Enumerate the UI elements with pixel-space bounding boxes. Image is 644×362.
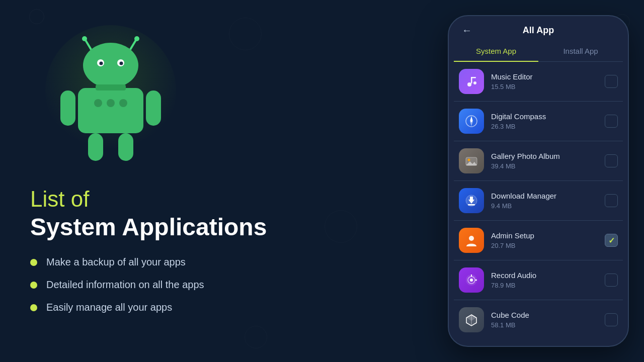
app-icon-gallery (459, 148, 484, 173)
app-item-download-manager[interactable]: Download Manager 9.4 MB (454, 181, 623, 221)
list-of-label: List of (30, 186, 352, 213)
app-icon-download-manager (459, 188, 484, 213)
checkbox-music-editor[interactable] (605, 75, 618, 88)
bullet-text-3: Easily manage all your apps (46, 302, 172, 313)
app-size-admin-setup: 20.7 MB (491, 242, 598, 249)
bullet-text-2: Detailed information on all the apps (46, 279, 204, 291)
svg-point-27 (468, 159, 470, 161)
app-name-cube-code: Cube Code (491, 311, 598, 319)
robot-illustration (30, 20, 191, 171)
app-icon-music-editor (459, 69, 484, 94)
svg-point-35 (470, 279, 473, 282)
svg-point-18 (467, 82, 471, 86)
app-item-admin-setup[interactable]: Admin Setup 20.7 MB ✓ (454, 221, 623, 260)
svg-rect-11 (146, 90, 161, 126)
bullet-dot-1 (30, 259, 37, 266)
bullet-item-3: Easily manage all your apps (30, 302, 352, 313)
checkbox-admin-setup[interactable]: ✓ (605, 234, 618, 247)
svg-point-16 (119, 99, 127, 107)
tab-system-app-label: System App (476, 47, 516, 55)
bullet-dot-2 (30, 282, 37, 289)
svg-point-19 (473, 81, 476, 84)
app-info-gallery: Gallery Photo Album 39.4 MB (491, 152, 598, 170)
app-icon-record-audio (459, 267, 484, 293)
app-size-cube-code: 58.1 MB (491, 321, 598, 329)
phone-mockup: ← All App System App Install App (448, 15, 629, 347)
app-info-download-manager: Download Manager 9.4 MB (491, 192, 598, 210)
svg-point-8 (120, 62, 123, 65)
app-icon-admin-setup (459, 228, 484, 253)
checkbox-download-manager[interactable] (605, 194, 618, 207)
svg-rect-31 (468, 204, 475, 206)
app-info-admin-setup: Admin Setup 20.7 MB (491, 231, 598, 249)
svg-point-1 (82, 36, 87, 41)
app-name-digital-compass: Digital Compass (491, 112, 598, 121)
svg-point-3 (134, 36, 139, 41)
app-size-digital-compass: 26.3 MB (491, 123, 598, 130)
svg-point-4 (83, 43, 138, 88)
phone-frame: ← All App System App Install App (448, 15, 629, 347)
bullet-text-1: Make a backup of all your apps (46, 256, 186, 268)
app-item-cube-code[interactable]: Cube Code 58.1 MB (454, 300, 623, 339)
app-size-music-editor: 15.5 MB (491, 83, 598, 90)
bullet-item-2: Detailed information on all the apps (30, 279, 352, 291)
feature-list: Make a backup of all your apps Detailed … (30, 256, 352, 313)
svg-point-25 (470, 120, 472, 122)
checkbox-gallery[interactable] (605, 154, 618, 167)
app-info-record-audio: Record Audio 78.9 MB (491, 271, 598, 289)
app-size-record-audio: 78.9 MB (491, 282, 598, 289)
svg-rect-17 (96, 84, 126, 90)
page-title: All App (523, 25, 554, 36)
app-size-download-manager: 9.4 MB (491, 202, 598, 210)
checkmark-icon: ✓ (608, 236, 615, 245)
app-list: Music Editor 15.5 MB Digital Compass (449, 62, 628, 346)
system-apps-title: System Applications (30, 213, 352, 242)
svg-rect-12 (88, 133, 103, 161)
back-arrow-icon: ← (462, 25, 472, 36)
tabs-container: System App Install App (454, 41, 623, 62)
svg-rect-10 (60, 90, 75, 126)
svg-point-15 (107, 99, 115, 107)
checkbox-record-audio[interactable] (605, 274, 618, 287)
app-item-record-audio[interactable]: Record Audio 78.9 MB (454, 260, 623, 300)
app-name-record-audio: Record Audio (491, 271, 598, 280)
checkbox-cube-code[interactable] (605, 313, 618, 326)
app-name-music-editor: Music Editor (491, 72, 598, 81)
app-info-cube-code: Cube Code 58.1 MB (491, 311, 598, 329)
app-name-gallery: Gallery Photo Album (491, 152, 598, 160)
app-size-gallery: 39.4 MB (491, 162, 598, 170)
tab-system-app[interactable]: System App (454, 41, 538, 61)
bullet-dot-3 (30, 304, 37, 311)
app-info-music-editor: Music Editor 15.5 MB (491, 72, 598, 90)
app-item-gallery[interactable]: Gallery Photo Album 39.4 MB (454, 141, 623, 181)
svg-point-7 (100, 62, 103, 65)
svg-rect-21 (471, 77, 476, 78)
left-panel: List of System Applications Make a backu… (0, 0, 382, 362)
svg-rect-9 (78, 88, 143, 133)
back-button[interactable]: ← (459, 23, 475, 39)
app-info-digital-compass: Digital Compass 26.3 MB (491, 112, 598, 130)
checkbox-digital-compass[interactable] (605, 115, 618, 128)
text-section: List of System Applications Make a backu… (30, 186, 352, 313)
tab-install-app[interactable]: Install App (538, 41, 623, 61)
app-icon-cube-code (459, 307, 484, 332)
app-name-download-manager: Download Manager (491, 192, 598, 200)
svg-point-32 (469, 236, 474, 241)
app-icon-digital-compass (459, 109, 484, 134)
app-item-digital-compass[interactable]: Digital Compass 26.3 MB (454, 102, 623, 141)
app-item-music-editor[interactable]: Music Editor 15.5 MB (454, 62, 623, 102)
app-name-admin-setup: Admin Setup (491, 231, 598, 240)
tab-install-app-label: Install App (563, 47, 598, 55)
svg-point-14 (94, 99, 102, 107)
svg-rect-13 (118, 133, 133, 161)
phone-header: ← All App (449, 16, 628, 41)
bullet-item-1: Make a backup of all your apps (30, 256, 352, 268)
